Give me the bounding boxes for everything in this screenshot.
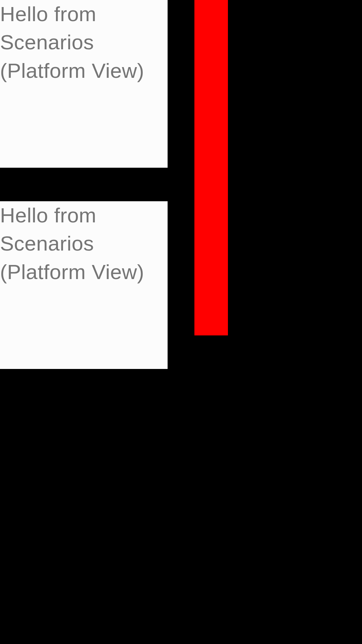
red-overlay-bar (194, 0, 228, 335)
platform-view-card-1: Hello from Scenarios (Platform View) (0, 0, 168, 168)
platform-view-text-1: Hello from Scenarios (Platform View) (0, 0, 168, 85)
platform-view-text-2: Hello from Scenarios (Platform View) (0, 201, 168, 286)
platform-view-card-2: Hello from Scenarios (Platform View) (0, 201, 168, 369)
